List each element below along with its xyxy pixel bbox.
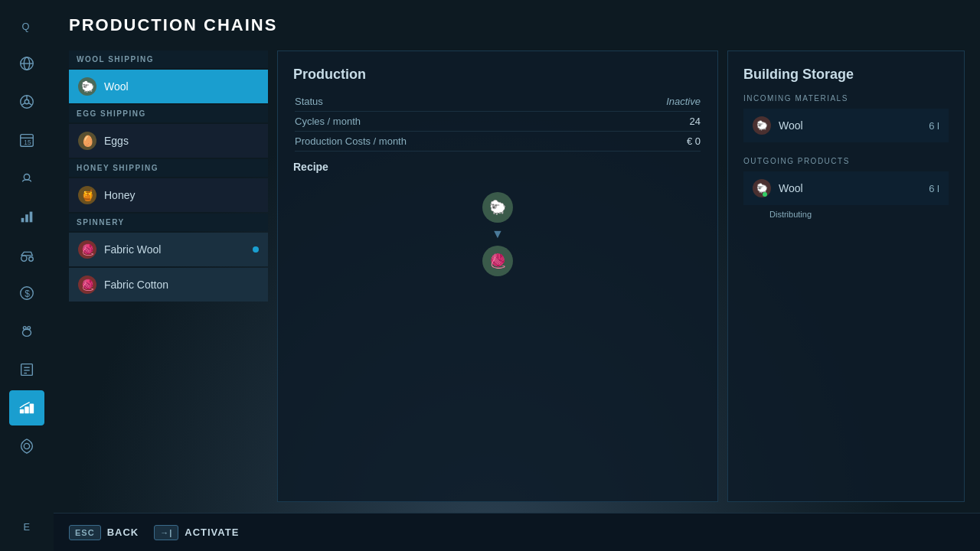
sidebar-item-globe[interactable] <box>9 46 44 81</box>
stat-row-status: Status Inactive <box>295 92 701 112</box>
fabric-cotton-icon: 🧶 <box>78 276 96 294</box>
outgoing-item-wool: 🐑 Wool 6 l <box>743 171 949 205</box>
svg-point-30 <box>24 443 29 448</box>
stat-costs-value: € 0 <box>687 135 701 147</box>
activate-button[interactable]: →| ACTIVATE <box>154 525 239 540</box>
sidebar-item-steering[interactable] <box>9 84 44 119</box>
activate-key-badge: →| <box>154 525 178 540</box>
list-panel: WOOL SHIPPING 🐑 Wool EGG SHIPPING 🥚 Eggs… <box>69 51 268 502</box>
svg-point-20 <box>23 329 31 336</box>
back-key-badge: ESC <box>69 525 101 540</box>
list-item-wool[interactable]: 🐑 Wool <box>69 70 268 103</box>
incoming-wool-amount: 6 l <box>929 120 939 132</box>
outgoing-status-dot <box>763 192 767 197</box>
outgoing-wool-label: Wool <box>779 182 921 194</box>
section-header-spinnery: SPINNERY <box>69 214 268 231</box>
back-label: BACK <box>107 527 139 538</box>
sidebar-item-production[interactable] <box>9 390 44 425</box>
incoming-wool-icon: 🐑 <box>753 116 771 135</box>
stat-row-costs: Production Costs / month € 0 <box>295 132 701 152</box>
list-item-eggs[interactable]: 🥚 Eggs <box>69 124 268 158</box>
back-button[interactable]: ESC BACK <box>69 525 139 540</box>
recipe-input-icon: 🐑 <box>482 192 513 223</box>
sidebar-item-satellite[interactable] <box>9 429 44 464</box>
svg-text:E: E <box>23 521 30 533</box>
svg-point-12 <box>24 174 29 180</box>
fabric-wool-icon: 🧶 <box>78 240 96 259</box>
section-header-wool-shipping: WOOL SHIPPING <box>69 51 268 68</box>
svg-line-8 <box>28 103 31 105</box>
incoming-header: INCOMING MATERIALS <box>743 94 949 103</box>
activate-label: ACTIVATE <box>185 527 239 538</box>
storage-title: Building Storage <box>743 67 949 83</box>
outgoing-wool-status: Distributing <box>743 208 949 219</box>
honey-icon: 🍯 <box>78 186 96 204</box>
fabric-wool-dot <box>253 246 259 253</box>
svg-point-17 <box>29 257 34 262</box>
recipe-output-icon: 🧶 <box>482 246 513 276</box>
recipe-arrow-down: ▼ <box>492 227 504 241</box>
list-item-fabric-wool[interactable]: 🧶 Fabric Wool <box>69 233 268 266</box>
svg-rect-15 <box>30 212 33 223</box>
content-layout: WOOL SHIPPING 🐑 Wool EGG SHIPPING 🥚 Eggs… <box>69 51 965 502</box>
outgoing-wool-amount: 6 l <box>929 183 939 194</box>
page-title: PRODUCTION CHAINS <box>69 15 965 35</box>
wool-icon: 🐑 <box>78 77 96 96</box>
recipe-section: Recipe 🐑 ▼ 🧶 <box>293 161 702 284</box>
recipe-title: Recipe <box>293 161 702 173</box>
production-title: Production <box>293 67 702 83</box>
section-header-honey-shipping: HONEY SHIPPING <box>69 159 268 177</box>
bottom-bar: ESC BACK →| ACTIVATE <box>54 513 980 551</box>
stat-cycles-label: Cycles / month <box>295 116 361 127</box>
svg-rect-27 <box>20 409 24 414</box>
svg-rect-14 <box>25 214 28 222</box>
svg-text:15: 15 <box>24 139 31 146</box>
outgoing-section: OUTGOING PRODUCTS 🐑 Wool 6 l Distributin… <box>743 157 949 219</box>
fabric-cotton-label: Fabric Cotton <box>104 279 168 291</box>
incoming-item-wool: 🐑 Wool 6 l <box>743 109 949 142</box>
sidebar-item-animal[interactable] <box>9 314 44 349</box>
svg-rect-28 <box>24 406 29 413</box>
stat-cycles-value: 24 <box>690 116 701 127</box>
sidebar-item-calendar[interactable]: 15 <box>9 122 44 158</box>
svg-point-22 <box>28 327 31 330</box>
storage-panel: Building Storage INCOMING MATERIALS 🐑 Wo… <box>727 51 965 502</box>
stat-row-cycles: Cycles / month 24 <box>295 112 701 132</box>
incoming-wool-label: Wool <box>779 119 921 132</box>
sidebar-item-chart[interactable] <box>9 199 44 234</box>
stat-status-label: Status <box>295 96 323 107</box>
honey-label: Honey <box>104 189 135 201</box>
outgoing-item-wool-wrapper: 🐑 Wool 6 l Distributing <box>743 171 949 219</box>
sidebar-item-book[interactable] <box>9 352 44 387</box>
svg-point-21 <box>23 327 26 330</box>
stat-status-value: Inactive <box>666 96 701 107</box>
stat-costs-label: Production Costs / month <box>295 135 407 147</box>
sidebar: Q 15 $ E <box>0 0 54 551</box>
recipe-flow: 🐑 ▼ 🧶 <box>293 184 702 284</box>
svg-text:Q: Q <box>22 21 30 32</box>
sidebar-item-e[interactable]: E <box>9 508 44 543</box>
stats-table: Status Inactive Cycles / month 24 Produc… <box>293 90 702 153</box>
production-panel: Production Status Inactive Cycles / mont… <box>277 51 718 502</box>
section-header-egg-shipping: EGG SHIPPING <box>69 105 268 122</box>
sidebar-item-q[interactable]: Q <box>9 8 44 43</box>
eggs-label: Eggs <box>104 135 129 147</box>
svg-point-16 <box>21 256 27 261</box>
svg-line-7 <box>21 103 24 105</box>
main-content: PRODUCTION CHAINS WOOL SHIPPING 🐑 Wool E… <box>54 0 980 551</box>
sidebar-item-dollar[interactable]: $ <box>9 276 44 311</box>
wool-label: Wool <box>104 80 129 93</box>
sidebar-item-tractor[interactable] <box>9 237 44 272</box>
svg-text:$: $ <box>24 289 30 299</box>
production-panel-content: Production Status Inactive Cycles / mont… <box>293 67 702 284</box>
list-item-honey[interactable]: 🍯 Honey <box>69 178 268 212</box>
svg-rect-13 <box>21 218 24 223</box>
outgoing-header: OUTGOING PRODUCTS <box>743 157 949 165</box>
svg-rect-29 <box>30 404 34 414</box>
list-item-fabric-cotton[interactable]: 🧶 Fabric Cotton <box>69 268 268 302</box>
fabric-wool-label: Fabric Wool <box>104 243 161 256</box>
sidebar-item-weather[interactable] <box>9 161 44 196</box>
eggs-icon: 🥚 <box>78 132 96 150</box>
outgoing-wool-icon: 🐑 <box>753 179 771 197</box>
incoming-section: INCOMING MATERIALS 🐑 Wool 6 l <box>743 94 949 145</box>
